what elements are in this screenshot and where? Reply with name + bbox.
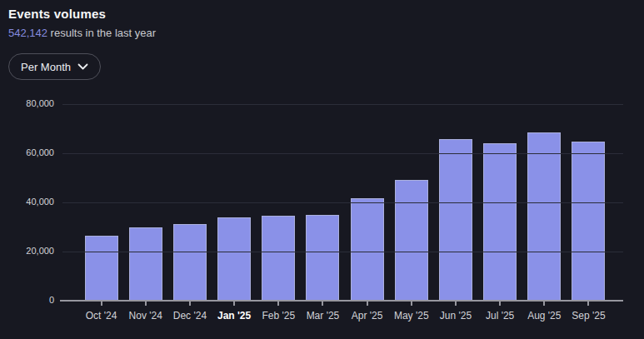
x-tick-slot	[301, 302, 345, 306]
bar-mar-25[interactable]	[306, 215, 339, 301]
gridline	[62, 153, 623, 154]
plot-area	[62, 104, 623, 301]
x-axis-label-oct-24: Oct '24	[79, 310, 123, 322]
x-axis-label-may-25: May '25	[389, 310, 433, 322]
x-axis-label-jul-25: Jul '25	[478, 310, 522, 322]
bar-chart: 020,00040,00060,00080,000 Oct '24Nov '24…	[0, 104, 644, 329]
bar-slot	[567, 142, 611, 301]
x-tick	[189, 302, 191, 306]
x-tick	[233, 302, 235, 306]
bar-oct-24[interactable]	[85, 236, 118, 301]
y-tick-label: 20,000	[26, 246, 54, 256]
bar-apr-25[interactable]	[351, 198, 384, 301]
bar-dec-24[interactable]	[173, 224, 207, 301]
page-title: Events volumes	[8, 7, 156, 21]
x-axis-label-dec-24: Dec '24	[167, 310, 212, 322]
x-axis-label-aug-25: Aug '25	[522, 310, 567, 322]
bar-slot	[79, 236, 123, 301]
bar-jan-25[interactable]	[217, 217, 251, 301]
bar-nov-24[interactable]	[129, 227, 162, 301]
x-tick	[455, 302, 457, 306]
events-volumes-page: { "header": { "title": "Events volumes",…	[0, 0, 644, 339]
bar-slot	[212, 217, 257, 301]
x-axis-label-sep-25: Sep '25	[567, 310, 611, 322]
x-tick-slot	[389, 302, 433, 306]
x-tick	[145, 302, 147, 306]
gridline	[62, 104, 623, 105]
x-tick	[411, 302, 412, 306]
bar-slot	[522, 132, 567, 301]
per-month-dropdown[interactable]: Per Month	[8, 53, 101, 80]
x-tick	[277, 302, 279, 306]
bar-slot	[301, 215, 345, 301]
x-tick-slot	[167, 302, 212, 306]
x-axis-label-jan-25: Jan '25	[212, 310, 257, 322]
x-tick-slot	[345, 302, 389, 306]
bar-slot	[478, 143, 522, 301]
results-summary-text: results in the last year	[47, 27, 156, 39]
panel-header: Events volumes 542,142 results in the la…	[8, 7, 156, 80]
x-axis-label-mar-25: Mar '25	[301, 310, 345, 322]
x-axis-ticks	[79, 302, 611, 306]
x-tick	[322, 302, 323, 306]
x-tick-slot	[478, 302, 522, 306]
bar-slot	[389, 180, 433, 301]
y-tick-label: 0	[49, 295, 54, 305]
y-tick-label: 40,000	[26, 197, 54, 207]
gridline	[62, 202, 623, 203]
x-tick	[101, 302, 102, 306]
x-tick-slot	[433, 302, 477, 306]
x-tick	[367, 302, 368, 306]
y-tick-label: 60,000	[26, 147, 54, 157]
x-tick-slot	[79, 302, 123, 306]
chevron-down-icon	[77, 63, 88, 70]
x-tick	[543, 302, 545, 306]
x-tick-slot	[567, 302, 611, 306]
results-summary: 542,142 results in the last year	[8, 27, 156, 39]
per-month-dropdown-label: Per Month	[21, 61, 71, 73]
gridline	[62, 252, 623, 252]
x-tick	[587, 302, 589, 306]
bar-jul-25[interactable]	[483, 143, 517, 301]
x-tick	[499, 302, 501, 306]
bar-slot	[167, 224, 212, 301]
x-tick-slot	[257, 302, 301, 306]
x-tick-slot	[522, 302, 567, 306]
bar-slot	[345, 198, 389, 301]
bar-jun-25[interactable]	[439, 139, 472, 301]
results-count-link[interactable]: 542,142	[8, 27, 47, 39]
y-tick-label: 80,000	[26, 98, 54, 108]
x-axis-label-feb-25: Feb '25	[257, 310, 301, 322]
x-axis-label-apr-25: Apr '25	[345, 310, 389, 322]
x-axis-label-jun-25: Jun '25	[433, 310, 477, 322]
bar-slot	[257, 216, 301, 301]
x-axis-labels: Oct '24Nov '24Dec '24Jan '25Feb '25Mar '…	[79, 310, 611, 322]
x-axis-label-nov-24: Nov '24	[123, 310, 167, 322]
x-tick-slot	[212, 302, 257, 306]
bar-may-25[interactable]	[395, 180, 428, 301]
bar-feb-25[interactable]	[262, 216, 295, 301]
bar-slot	[123, 227, 167, 301]
x-tick-slot	[123, 302, 167, 306]
bar-aug-25[interactable]	[527, 132, 561, 301]
y-axis-labels: 020,00040,00060,00080,000	[0, 104, 54, 301]
bar-slot	[433, 139, 477, 301]
bar-sep-25[interactable]	[572, 142, 605, 301]
